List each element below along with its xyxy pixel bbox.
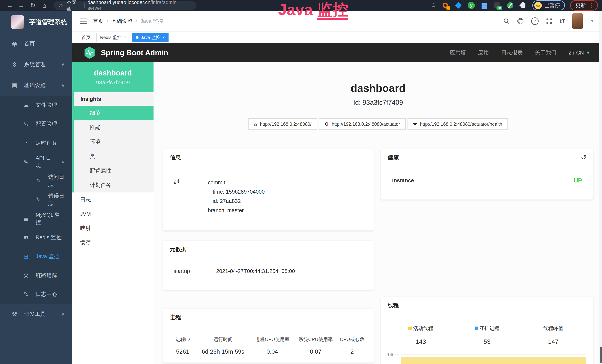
- user-avatar[interactable]: [572, 13, 583, 29]
- instance-links: ⌂ http://192.168.0.2:48080/ ⚙ http://192…: [163, 118, 593, 130]
- breadcrumb-current: Java 监控: [140, 18, 163, 25]
- sidebar-item-error-log[interactable]: ✎ 错误日志: [0, 190, 72, 209]
- address-bar[interactable]: ⚠ 不安全 dashboard.yudao.iocoder.cn/infra/a…: [54, 1, 196, 10]
- sba-nav-about[interactable]: 关于我们: [535, 49, 556, 56]
- info-row-label: git: [170, 178, 208, 215]
- sidebar-item-scheduled-jobs[interactable]: ◔ 定时任务: [0, 134, 72, 152]
- sba-item-metrics[interactable]: 性能: [74, 120, 153, 135]
- daemon-threads-value: 53: [454, 338, 520, 345]
- sba-nav-journal[interactable]: 日志报表: [501, 49, 523, 56]
- chevron-down-icon: ∨: [61, 62, 64, 67]
- sidebar-collapse-icon[interactable]: [80, 19, 87, 24]
- sidebar-item-file-mgmt[interactable]: ☁ 文件管理: [0, 96, 72, 115]
- sba-item-details[interactable]: 细节: [72, 106, 153, 120]
- avatar-caret-down-icon[interactable]: ▼: [590, 19, 594, 23]
- sba-item-classes[interactable]: 类: [74, 149, 153, 163]
- sidebar-item-dev-tools[interactable]: ⚒ 研发工具 ∨: [0, 304, 72, 324]
- page-scrollbar-track[interactable]: [599, 11, 602, 364]
- sidebar-item-api-log[interactable]: ✎ API 日志 ∧: [0, 152, 72, 171]
- sba-sidebar: dashboard 93a3fc7f7409 Insights 细节 性能 环境…: [72, 62, 153, 364]
- browser-reload-icon[interactable]: ↻: [27, 0, 39, 11]
- cloud-upload-icon: ☁: [22, 102, 30, 109]
- sidebar-item-system-mgmt[interactable]: ⚙ 系统管理 ∨: [0, 54, 72, 75]
- browser-forward-icon[interactable]: →: [16, 0, 27, 11]
- browser-profile-chip[interactable]: ☺ 已暂停: [532, 0, 565, 11]
- browser-update-button[interactable]: 更新 ⋮: [570, 0, 598, 11]
- health-card: 健康 ↺ Instance UP: [381, 149, 593, 200]
- close-icon[interactable]: ×: [124, 35, 126, 40]
- sba-nav: 应用墙 应用 日志报表 关于我们 zh-CN ▼: [450, 49, 591, 56]
- tags-view: 首页 Redis 监控 × Java 监控 ×: [72, 32, 602, 43]
- breadcrumb-home[interactable]: 首页: [93, 18, 103, 25]
- active-tag-dot: [136, 36, 139, 39]
- close-icon[interactable]: ×: [162, 35, 165, 40]
- search-icon[interactable]: [503, 18, 510, 24]
- page-subtitle: Id: 93a3fc7f7409: [163, 99, 593, 107]
- breadcrumb-infrastructure[interactable]: 基础设施: [112, 18, 132, 25]
- sba-nav-wallboard[interactable]: 应用墙: [450, 49, 466, 56]
- sba-item-mappings[interactable]: 映射: [72, 221, 153, 235]
- sidebar-item-home[interactable]: ◉ 首页: [0, 33, 72, 54]
- update-label: 更新: [575, 2, 586, 9]
- sba-item-config-props[interactable]: 配置属性: [74, 163, 153, 178]
- sidebar-item-tracing[interactable]: ◎ 链路追踪: [0, 266, 72, 285]
- tag-redis-monitor[interactable]: Redis 监控 ×: [97, 33, 130, 42]
- thread-stats: 活动线程 143 守护进程 53 线程峰值: [388, 320, 586, 345]
- sidebar-item-config-mgmt[interactable]: ✎ 配置管理: [0, 115, 72, 134]
- sba-nav-applications[interactable]: 应用: [478, 49, 489, 56]
- browser-menu-kebab-icon[interactable]: ⋮: [589, 2, 594, 9]
- startup-timestamp: 2021-04-27T00:44:31.254+08:00: [216, 268, 295, 274]
- fullscreen-icon[interactable]: [546, 18, 552, 24]
- extensions-puzzle-icon[interactable]: [519, 1, 527, 9]
- font-size-icon[interactable]: tT: [560, 18, 565, 24]
- extension-grid-icon[interactable]: ▦: [480, 1, 488, 9]
- extension-green-y-icon[interactable]: y: [467, 1, 475, 9]
- database-icon: ▤: [22, 215, 30, 222]
- bookmark-star-icon[interactable]: ☆: [431, 2, 436, 9]
- sba-item-caches[interactable]: 缓存: [72, 235, 153, 250]
- tag-home[interactable]: 首页: [78, 33, 94, 42]
- live-threads-stat: 活动线程 143: [388, 325, 454, 345]
- infrastructure-submenu: ☁ 文件管理 ✎ 配置管理 ◔ 定时任务 ✎ API 日志 ∧: [0, 96, 72, 304]
- extension-orange-icon[interactable]: 1: [441, 1, 449, 9]
- help-icon[interactable]: ?: [531, 17, 538, 25]
- github-icon[interactable]: [517, 18, 524, 24]
- sba-item-jvm[interactable]: JVM: [72, 207, 153, 221]
- sba-locale-select[interactable]: zh-CN ▼: [569, 50, 591, 56]
- info-card-header: 信息: [163, 149, 374, 166]
- health-url-button[interactable]: ❤ http://192.168.0.2:48080/actuator/heal…: [408, 118, 508, 130]
- sidebar-item-log-center[interactable]: ✎ 日志中心: [0, 285, 72, 304]
- sidebar-item-infrastructure[interactable]: ▣ 基础设施 ∧: [0, 75, 72, 96]
- browser-home-icon[interactable]: ⌂: [39, 0, 50, 11]
- actuator-url-button[interactable]: ⚙ http://192.168.0.2:48080/actuator: [319, 118, 406, 130]
- info-card: 信息 git commit: time: 1596289704000 id: 2…: [163, 149, 374, 230]
- sba-item-scheduled-tasks[interactable]: 计划任务: [74, 178, 153, 193]
- extension-leaf-icon[interactable]: [506, 1, 514, 9]
- extension-pin-icon[interactable]: [454, 1, 462, 9]
- history-icon[interactable]: ↺: [581, 153, 586, 161]
- live-threads-value: 143: [388, 338, 454, 345]
- sidebar-item-access-log[interactable]: ✎ 访问日志: [0, 171, 72, 190]
- chevron-down-icon: ∨: [61, 311, 64, 317]
- page-title: dashboard: [163, 82, 593, 94]
- terminal-monitor-icon: ⊟: [22, 253, 30, 260]
- clock-icon: ◔: [22, 140, 30, 147]
- sba-instance-header[interactable]: dashboard 93a3fc7f7409: [72, 62, 153, 92]
- sba-item-environment[interactable]: 环境: [74, 135, 153, 149]
- extension-on-badge: on: [496, 6, 502, 10]
- sidebar-item-java-monitor[interactable]: ⊟ Java 监控: [0, 247, 72, 266]
- monitor-icon: ▣: [11, 82, 18, 89]
- toolbox-icon: ⚒: [11, 310, 18, 318]
- peak-threads-stat: 线程峰值 147: [520, 325, 586, 345]
- sidebar-item-mysql-monitor[interactable]: ▤ MySQL 监控: [0, 209, 72, 228]
- instance-name: dashboard: [94, 69, 132, 77]
- extension-dark-on-icon[interactable]: on: [493, 1, 501, 9]
- page-scrollbar-thumb[interactable]: [600, 347, 602, 363]
- sba-item-logs[interactable]: 日志: [72, 193, 153, 207]
- tag-java-monitor[interactable]: Java 监控 ×: [132, 33, 169, 42]
- insights-group: Insights 细节 性能 环境 类 配置属性 计划任务: [72, 92, 153, 193]
- service-url-button[interactable]: ⌂ http://192.168.0.2:48080/: [248, 118, 317, 130]
- browser-back-icon[interactable]: ←: [4, 0, 16, 11]
- sidebar-item-redis-monitor[interactable]: ≋ Redis 监控: [0, 228, 72, 247]
- edit-doc-icon: ✎: [35, 196, 42, 203]
